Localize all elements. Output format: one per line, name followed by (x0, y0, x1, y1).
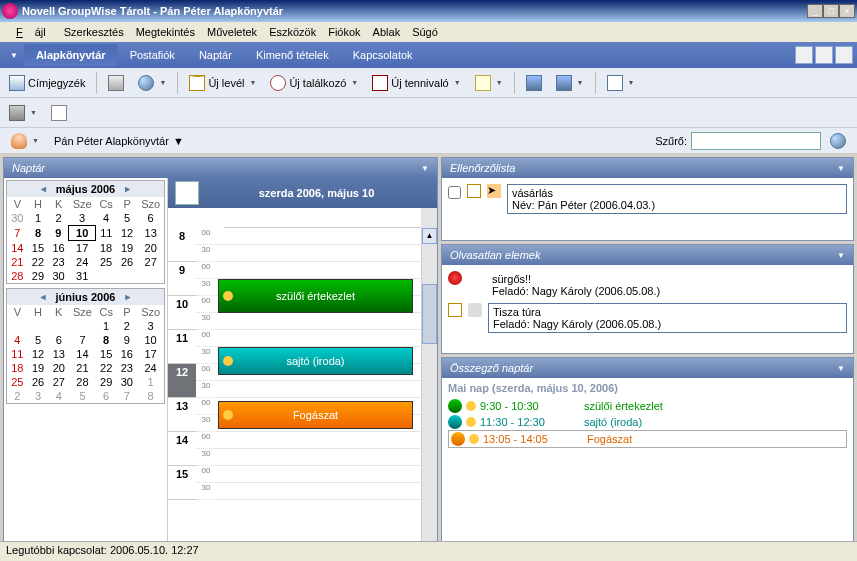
summary-header: Összegző naptár ▼ (442, 358, 853, 378)
unread-item[interactable]: sürgős!! Feladó: Nagy Károly (2006.05.08… (446, 269, 849, 301)
checklist-header: Ellenőrzőlista ▼ (442, 158, 853, 178)
addressbook-icon (9, 75, 25, 91)
arrow-icon: ➤ (487, 184, 501, 198)
menu-tools[interactable]: Eszközök (263, 24, 322, 40)
menu-edit[interactable]: Szerkesztés (58, 24, 130, 40)
app-icon (2, 3, 18, 19)
reminder-icon (223, 410, 233, 420)
calendar-button[interactable]: ▼ (602, 72, 640, 94)
panel-layout-icon-3[interactable] (835, 46, 853, 64)
checklist-checkbox[interactable] (448, 186, 461, 199)
menu-help[interactable]: Súgó (406, 24, 444, 40)
day-header-text: szerda 2006, május 10 (199, 187, 434, 199)
title-bar: Novell GroupWise Tárolt - Pán Péter Alap… (0, 0, 857, 22)
summary-label: szülői értekezlet (584, 400, 847, 412)
nav-tabs: ▼ Alapkönyvtár Postafiók Naptár Kimenő t… (0, 42, 857, 68)
tab-contacts[interactable]: Kapcsolatok (341, 44, 425, 66)
appointment-3[interactable]: Fogászat (218, 401, 413, 429)
mail-icon (189, 75, 205, 91)
next-month-icon[interactable]: ► (123, 184, 132, 194)
reminder-icon (466, 401, 476, 411)
view-button-1[interactable] (521, 72, 547, 94)
all-day-row[interactable] (224, 208, 421, 228)
close-button[interactable]: × (839, 4, 855, 18)
user-button[interactable]: ▼ (6, 130, 44, 152)
menu-view[interactable]: Megtekintés (130, 24, 201, 40)
mail-icon (448, 303, 462, 317)
minimize-button[interactable]: _ (807, 4, 823, 18)
maximize-button[interactable]: □ (823, 4, 839, 18)
summary-row[interactable]: 11:30 - 12:30 sajtó (iroda) (448, 414, 847, 430)
day-scrollbar[interactable]: ▲ (421, 228, 437, 544)
appointment-2-label: sajtó (iroda) (286, 355, 344, 367)
panel-menu-icon[interactable]: ▼ (837, 364, 845, 373)
reminder-icon (223, 291, 233, 301)
reminder-icon (466, 417, 476, 427)
clock-icon (451, 432, 465, 446)
summary-row[interactable]: 9:30 - 10:30 szülői értekezlet (448, 398, 847, 414)
reminder-icon (223, 356, 233, 366)
new-meeting-label: Új találkozó (289, 77, 346, 89)
new-mail-label: Új levél (208, 77, 244, 89)
nav-chevron-icon[interactable]: ▼ (4, 51, 24, 60)
summary-title: Összegző naptár (450, 362, 533, 374)
unread-item-sub: Feladó: Nagy Károly (2006.05.08.) (493, 318, 842, 330)
panel-layout-icon-1[interactable] (795, 46, 813, 64)
filter-apply-button[interactable] (825, 130, 851, 152)
month1-grid[interactable]: VHKSzeCsPSzo3012345678910111213141516171… (7, 197, 164, 283)
new-note-button[interactable]: ▼ (470, 72, 508, 94)
month2-title: június 2006 (56, 291, 116, 303)
unread-item[interactable]: Tisza túra Feladó: Nagy Károly (2006.05.… (446, 301, 849, 335)
menu-accounts[interactable]: Fiókok (322, 24, 366, 40)
summary-row[interactable]: 13:05 - 14:05 Fogászat (448, 430, 847, 448)
summary-time: 11:30 - 12:30 (480, 416, 580, 428)
tab-calendar[interactable]: Naptár (187, 44, 244, 66)
appointment-1[interactable]: szülői értekezlet (218, 279, 413, 313)
search-button[interactable]: ▼ (133, 72, 171, 94)
month1-title: május 2006 (56, 183, 115, 195)
filter-input[interactable] (691, 132, 821, 150)
appointment-2[interactable]: sajtó (iroda) (218, 347, 413, 375)
prev-month-icon[interactable]: ◄ (39, 184, 48, 194)
calendar-panel: Naptár ▼ ◄ május 2006 ► VHKSzeCsPSzo3012… (3, 157, 438, 545)
unread-item-sub: Feladó: Nagy Károly (2006.05.08.) (492, 285, 843, 297)
mini-calendars: ◄ május 2006 ► VHKSzeCsPSzo3012345678910… (4, 178, 168, 544)
checklist-item[interactable]: ➤ vásárlás Név: Pán Péter (2006.04.03.) (446, 182, 849, 216)
swap-view-button[interactable]: ⇅ (175, 181, 199, 205)
panel-menu-icon[interactable]: ▼ (837, 164, 845, 173)
view-button-2[interactable]: ▼ (551, 72, 589, 94)
panel-menu-icon[interactable]: ▼ (837, 251, 845, 260)
separator (514, 72, 515, 94)
user-icon (11, 133, 27, 149)
priority-icon (448, 271, 462, 285)
separator (177, 72, 178, 94)
day-grid[interactable]: 89101112131415 0030003000300030003000300… (168, 228, 437, 544)
search-icon (138, 75, 154, 91)
doc-button[interactable] (46, 102, 72, 124)
separator (595, 72, 596, 94)
view-icon (556, 75, 572, 91)
panel-menu-icon[interactable]: ▼ (421, 164, 429, 173)
tab-home[interactable]: Alapkönyvtár (24, 44, 118, 66)
tab-sent[interactable]: Kimenő tételek (244, 44, 341, 66)
location-path-button[interactable]: Pán Péter Alapkönyvtár▼ (50, 135, 184, 147)
calendar-panel-title: Naptár (12, 162, 45, 174)
trash-icon (9, 105, 25, 121)
addressbook-button[interactable]: Címjegyzék (4, 72, 90, 94)
checklist-title: Ellenőrzőlista (450, 162, 515, 174)
new-task-button[interactable]: Új tennivaló▼ (367, 72, 465, 94)
panel-layout-icon-2[interactable] (815, 46, 833, 64)
tab-mailbox[interactable]: Postafiók (118, 44, 187, 66)
new-task-label: Új tennivaló (391, 77, 448, 89)
menu-window[interactable]: Ablak (367, 24, 407, 40)
print-button[interactable] (103, 72, 129, 94)
menu-actions[interactable]: Műveletek (201, 24, 263, 40)
next-month-icon[interactable]: ► (123, 292, 132, 302)
unread-item-title: sürgős!! (492, 273, 843, 285)
month2-grid[interactable]: VHKSzeCsPSzo1234567891011121314151617181… (7, 305, 164, 403)
menu-file[interactable]: Fájl (4, 24, 58, 40)
new-mail-button[interactable]: Új levél▼ (184, 72, 261, 94)
new-meeting-button[interactable]: Új találkozó▼ (265, 72, 363, 94)
trash-button[interactable]: ▼ (4, 102, 42, 124)
prev-month-icon[interactable]: ◄ (39, 292, 48, 302)
